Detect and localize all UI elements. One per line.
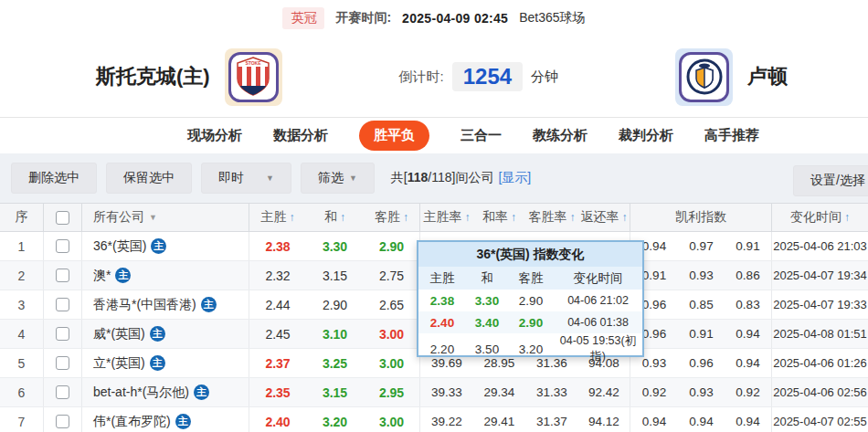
sort-up-icon: ↑ xyxy=(622,211,628,224)
tab-coach-analysis[interactable]: 教练分析 xyxy=(533,127,587,144)
row-checkbox[interactable] xyxy=(56,327,69,341)
home-odds-cell[interactable]: 2.37 xyxy=(249,349,306,377)
match-header: 斯托克城(主) STOKE 倒计时: 1254 xyxy=(0,37,868,117)
draw-odds-cell[interactable]: 3.25 xyxy=(306,349,364,377)
row-checkbox-cell xyxy=(44,349,82,377)
away-team: 卢顿 xyxy=(675,48,788,106)
filter-dropdown[interactable]: 筛选 ▼ xyxy=(301,163,375,194)
draw-rate-cell: 29.34 xyxy=(473,378,525,406)
company-cell[interactable]: 立*(英国)主 xyxy=(82,349,249,377)
kelly-away-cell: 0.83 xyxy=(725,290,772,319)
popup-col-home: 主胜 xyxy=(418,270,466,287)
popup-col-draw: 和 xyxy=(466,270,508,287)
countdown-label: 倒计时: xyxy=(399,68,444,86)
home-odds-cell[interactable]: 2.35 xyxy=(249,378,306,406)
away-odds-cell[interactable]: 2.65 xyxy=(364,290,420,319)
sort-up-icon: ↑ xyxy=(570,211,576,224)
popup-draw-odds: 3.40 xyxy=(466,316,508,330)
kelly-away-cell: 0.92 xyxy=(725,378,772,406)
company-cell[interactable]: 36*(英国)主 xyxy=(82,232,249,260)
col-company[interactable]: 所有公司▼ xyxy=(82,204,249,231)
delete-selected-button[interactable]: 删除选中 xyxy=(11,163,97,194)
row-index: 5 xyxy=(0,349,44,377)
away-odds-cell[interactable]: 3.00 xyxy=(364,320,420,348)
select-all-checkbox[interactable] xyxy=(56,211,69,225)
col-change-time[interactable]: 变化时间↑ xyxy=(772,204,868,231)
kelly-away-cell: 0.94 xyxy=(725,407,772,432)
draw-odds-cell[interactable]: 3.15 xyxy=(306,378,364,406)
keep-selected-button[interactable]: 保留选中 xyxy=(106,163,192,194)
home-odds-cell[interactable]: 2.32 xyxy=(249,261,306,290)
company-cell[interactable]: 伟*(直布罗陀)主 xyxy=(82,407,249,432)
odds-change-popup: 36*(英国) 指数变化 主胜 和 客胜 变化时间 2.38 3.30 2.90… xyxy=(417,240,644,357)
row-checkbox[interactable] xyxy=(56,298,69,311)
return-rate-cell: 92.42 xyxy=(578,378,630,406)
draw-odds-cell[interactable]: 3.30 xyxy=(306,232,364,260)
sort-up-icon: ↑ xyxy=(511,211,516,224)
tab-three-in-one[interactable]: 三合一 xyxy=(460,127,502,144)
draw-odds-cell[interactable]: 2.90 xyxy=(306,290,364,319)
svg-text:STOKE: STOKE xyxy=(246,60,262,66)
col-draw-odds[interactable]: 和↑ xyxy=(306,204,364,231)
home-team-name: 斯托克城(主) xyxy=(96,63,210,90)
away-odds-cell[interactable]: 2.95 xyxy=(364,378,420,406)
col-return-rate[interactable]: 返还率↑ xyxy=(578,204,630,231)
tab-data-analysis[interactable]: 数据分析 xyxy=(273,127,328,144)
kelly-draw-cell: 0.93 xyxy=(678,261,725,290)
row-checkbox-cell xyxy=(44,407,82,432)
col-home-rate[interactable]: 主胜率↑ xyxy=(420,204,473,231)
tab-referee-analysis[interactable]: 裁判分析 xyxy=(619,127,673,144)
home-odds-cell[interactable]: 2.38 xyxy=(249,232,306,260)
show-link[interactable]: [显示] xyxy=(498,170,531,184)
home-odds-cell[interactable]: 2.45 xyxy=(249,320,306,348)
row-checkbox[interactable] xyxy=(56,356,69,370)
draw-odds-cell[interactable]: 3.20 xyxy=(306,407,364,432)
col-away-odds[interactable]: 客胜↑ xyxy=(364,204,420,231)
popup-row: 2.38 3.30 2.90 04-06 21:02 xyxy=(418,290,642,311)
draw-odds-cell[interactable]: 3.15 xyxy=(306,261,364,290)
away-odds-cell[interactable]: 3.00 xyxy=(364,407,420,432)
company-cell[interactable]: 澳*主 xyxy=(82,261,249,290)
row-checkbox-cell xyxy=(44,290,82,319)
settings-select-button[interactable]: 设置/选择 xyxy=(793,165,868,196)
col-away-rate[interactable]: 客胜率↑ xyxy=(525,204,578,231)
col-kelly-index: 凯利指数 xyxy=(630,204,772,231)
venue-name: Bet365球场 xyxy=(519,10,585,26)
table-header: 序 所有公司▼ 主胜↑ 和↑ 客胜↑ 主胜率↑ 和率↑ 客胜率↑ 返还率↑ 凯利… xyxy=(0,203,868,232)
league-badge: 英冠 xyxy=(282,7,324,29)
draw-odds-cell[interactable]: 3.10 xyxy=(306,320,364,348)
popup-row: 2.20 3.50 3.20 04-05 19:53(初指) xyxy=(418,333,642,355)
row-checkbox[interactable] xyxy=(56,415,69,428)
col-home-odds[interactable]: 主胜↑ xyxy=(249,204,306,231)
away-rate-cell: 31.33 xyxy=(525,378,578,406)
toolbar: 删除选中 保留选中 即时 ▼ 筛选 ▼ 共[118/118]间公司[显示] 设置… xyxy=(0,153,868,203)
tab-live-analysis[interactable]: 现场分析 xyxy=(187,127,242,144)
away-odds-cell[interactable]: 2.75 xyxy=(364,261,420,290)
row-checkbox[interactable] xyxy=(56,269,69,282)
change-time-cell: 2025-04-06 01:26 xyxy=(772,349,868,377)
countdown-value: 1254 xyxy=(452,62,523,91)
away-odds-cell[interactable]: 3.00 xyxy=(364,349,420,377)
popup-change-time: 04-05 19:53(初指) xyxy=(554,333,642,364)
col-draw-rate[interactable]: 和率↑ xyxy=(473,204,525,231)
home-odds-cell[interactable]: 2.44 xyxy=(249,290,306,319)
away-team-name: 卢顿 xyxy=(747,63,788,90)
popup-draw-odds: 3.50 xyxy=(466,342,508,356)
company-cell[interactable]: 香港马*(中国香港)主 xyxy=(82,290,249,319)
row-checkbox[interactable] xyxy=(56,385,69,399)
instant-dropdown[interactable]: 即时 ▼ xyxy=(201,163,291,194)
main-company-icon: 主 xyxy=(194,385,209,400)
home-odds-cell[interactable]: 2.40 xyxy=(249,407,306,432)
row-checkbox-cell xyxy=(44,378,82,406)
kelly-draw-cell: 0.91 xyxy=(678,320,725,348)
popup-col-away: 客胜 xyxy=(508,270,554,287)
countdown: 倒计时: 1254 分钟 xyxy=(282,62,675,91)
tab-expert-picks[interactable]: 高手推荐 xyxy=(704,127,759,144)
popup-away-odds: 3.20 xyxy=(508,342,554,356)
away-odds-cell[interactable]: 2.90 xyxy=(364,232,420,260)
company-cell[interactable]: 威*(英国)主 xyxy=(82,320,249,348)
row-checkbox[interactable] xyxy=(56,239,69,253)
popup-change-time: 04-06 01:38 xyxy=(554,316,642,329)
company-cell[interactable]: bet-at-h*(马尔他)主 xyxy=(82,378,249,406)
tab-win-draw-lose[interactable]: 胜平负 xyxy=(359,121,429,151)
